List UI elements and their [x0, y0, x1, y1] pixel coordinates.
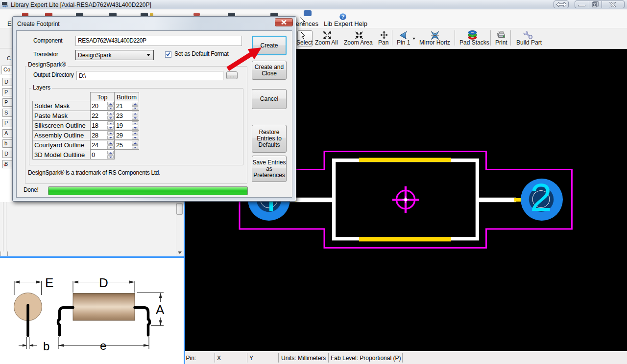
- svg-text:E: E: [45, 275, 53, 290]
- svg-text:b: b: [43, 340, 49, 353]
- svg-text:2: 2: [530, 176, 552, 219]
- svg-text:D: D: [99, 275, 108, 290]
- svg-text:e: e: [100, 339, 106, 352]
- svg-text:A: A: [156, 302, 165, 317]
